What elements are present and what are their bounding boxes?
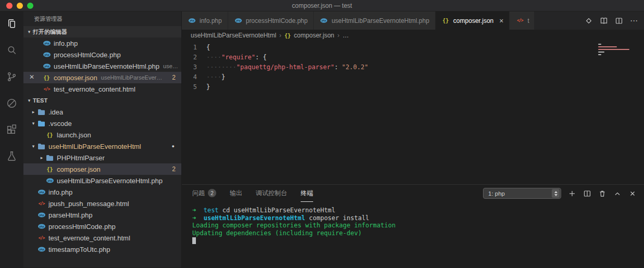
- open-editor-item-active[interactable]: ✕ {} composer.json useHtmlLibParseEver… …: [23, 72, 181, 83]
- svg-text:php: php: [44, 65, 49, 68]
- tree-item-file[interactable]: {} launch.json: [23, 129, 181, 141]
- source-control-icon[interactable]: [4, 69, 20, 84]
- folder-name: PHPHtmlParser: [57, 154, 105, 162]
- select-arrows-icon: [552, 189, 560, 198]
- problems-count-badge: 2: [208, 189, 216, 197]
- problems-badge: 2: [172, 165, 176, 173]
- kill-terminal-icon[interactable]: [598, 189, 606, 198]
- explorer-icon[interactable]: [4, 16, 20, 31]
- tab-problems[interactable]: 问题 2: [192, 185, 216, 202]
- code-line: 3 ········"paquettg/php-html-parser": "2…: [182, 62, 644, 72]
- code-line: 4 ····}: [182, 72, 644, 82]
- sidebar-title: 资源管理器: [23, 11, 181, 26]
- open-editors-header[interactable]: ▾ 打开的编辑器: [23, 26, 181, 37]
- split-editor-icon[interactable]: [615, 17, 623, 25]
- html-icon: </>: [42, 85, 51, 93]
- terminal-output[interactable]: ➜ test cd useHtmlLibParseEvernoteHtml ➜ …: [182, 202, 644, 267]
- svg-text:php: php: [39, 225, 44, 228]
- chevron-down-icon: ▾: [30, 144, 37, 149]
- tree-item-file[interactable]: php parseHtml.php: [23, 209, 181, 221]
- split-terminal-icon[interactable]: [583, 189, 591, 198]
- tab-processhtmlcode-php[interactable]: php processHtmlCode.php: [228, 11, 314, 30]
- breadcrumb-folder[interactable]: useHtmlLibParseEvernoteHtml: [191, 32, 276, 39]
- file-name: processHtmlCode.php: [54, 51, 121, 59]
- close-panel-icon[interactable]: [628, 189, 637, 198]
- tab-usehtmllibparseevernotehtml-php[interactable]: php useHtmlLibParseEvernoteHtml.php: [314, 11, 435, 30]
- folder-open-icon: [37, 119, 46, 127]
- editor-pane[interactable]: 1 { 2 ····"require": { 3 ········"paquet…: [182, 41, 644, 184]
- file-name: timestampToUtc.php: [48, 246, 110, 253]
- new-terminal-icon[interactable]: [568, 189, 576, 198]
- open-editor-item[interactable]: php info.php: [23, 37, 181, 49]
- minimize-window-button[interactable]: [17, 3, 23, 9]
- code-line: 1 {: [182, 43, 644, 53]
- json-icon: {}: [45, 131, 54, 139]
- tab-info-php[interactable]: php info.php: [182, 11, 228, 30]
- tree-item-file[interactable]: php processHtmlCode.php: [23, 221, 181, 232]
- debug-icon[interactable]: [4, 95, 20, 111]
- folder-icon: [37, 108, 46, 116]
- tree-item-folder[interactable]: ▸ .idea: [23, 106, 181, 118]
- close-icon[interactable]: ✕: [29, 73, 34, 81]
- php-icon: php: [45, 176, 54, 185]
- minimap[interactable]: [598, 44, 637, 57]
- chevron-right-icon: ▸: [30, 109, 37, 114]
- more-actions-icon[interactable]: ⋯: [630, 17, 638, 24]
- preview-icon[interactable]: [600, 17, 608, 25]
- file-name: test_evernote_content.html: [54, 85, 135, 93]
- breadcrumb-more[interactable]: …: [342, 32, 349, 39]
- php-icon: php: [37, 211, 46, 219]
- tree-item-folder[interactable]: ▾ .vscode: [23, 118, 181, 129]
- panel-tab-bar: 问题 2 输出 调试控制台 终端 1: php: [182, 185, 644, 202]
- activity-bar: [0, 11, 23, 267]
- file-name: useHtmlLibParseEvernoteHtml.php: [54, 62, 159, 70]
- tab-test-evernote-content-html[interactable]: </> t: [510, 11, 535, 30]
- tree-item-file[interactable]: php info.php: [23, 186, 181, 198]
- tree-item-folder[interactable]: ▾ useHtmlLibParseEvernoteHtml ●: [23, 141, 181, 152]
- json-icon: {}: [45, 165, 54, 173]
- terminal-line: Updating dependencies (including require…: [192, 229, 644, 237]
- tab-terminal[interactable]: 终端: [301, 185, 313, 202]
- breadcrumb-file[interactable]: composer.json: [294, 32, 334, 39]
- tree-item-file[interactable]: </> test_evernote_content.html: [23, 232, 181, 244]
- open-editor-item[interactable]: php useHtmlLibParseEvernoteHtml.php use…: [23, 60, 181, 72]
- file-name: jpush_push_message.html: [48, 200, 129, 208]
- close-window-button[interactable]: [6, 3, 13, 9]
- zoom-window-button[interactable]: [27, 3, 33, 9]
- svg-text:php: php: [39, 213, 44, 217]
- tab-output[interactable]: 输出: [230, 185, 242, 202]
- file-name: useHtmlLibParseEvernoteHtml.php: [57, 177, 163, 185]
- modified-dot-badge: ●: [172, 144, 175, 149]
- tree-item-file[interactable]: </> jpush_push_message.html: [23, 198, 181, 209]
- open-changes-icon[interactable]: [585, 17, 593, 25]
- html-icon: </>: [37, 199, 46, 208]
- php-icon: php: [42, 50, 51, 59]
- file-name: composer.json: [54, 74, 97, 82]
- close-icon[interactable]: ×: [499, 17, 503, 24]
- svg-text:php: php: [39, 248, 44, 251]
- tree-item-file[interactable]: php timestampToUtc.php: [23, 244, 181, 255]
- line-number: 2: [182, 53, 206, 62]
- chevron-right-icon: ▸: [38, 155, 45, 160]
- test-flask-icon[interactable]: [4, 148, 20, 164]
- tab-composer-json-active[interactable]: {} composer.json ×: [436, 11, 510, 30]
- search-icon[interactable]: [4, 42, 20, 58]
- editor-actions: ⋯: [578, 11, 644, 30]
- json-icon: {}: [441, 17, 450, 25]
- file-name: processHtmlCode.php: [48, 223, 116, 231]
- extensions-icon[interactable]: [4, 122, 20, 137]
- maximize-panel-icon[interactable]: [613, 189, 622, 198]
- tree-item-folder[interactable]: ▸ PHPHtmlParser: [23, 152, 181, 163]
- tab-debug-console[interactable]: 调试控制台: [256, 185, 287, 202]
- open-editor-item[interactable]: </> test_evernote_content.html: [23, 83, 181, 95]
- svg-text:php: php: [236, 19, 241, 22]
- folder-open-icon: [37, 142, 46, 150]
- open-editor-item[interactable]: php processHtmlCode.php: [23, 49, 181, 60]
- php-icon: php: [42, 39, 51, 47]
- tree-item-file[interactable]: php useHtmlLibParseEvernoteHtml.php: [23, 175, 181, 186]
- svg-text:php: php: [322, 19, 327, 22]
- workspace-header[interactable]: ▾ TEST: [23, 95, 181, 106]
- terminal-line: ➜ useHtmlLibParseEvernoteHtml composer i…: [192, 214, 644, 222]
- tree-item-file-selected[interactable]: {} composer.json 2: [23, 163, 181, 175]
- terminal-select[interactable]: 1: php: [483, 188, 561, 199]
